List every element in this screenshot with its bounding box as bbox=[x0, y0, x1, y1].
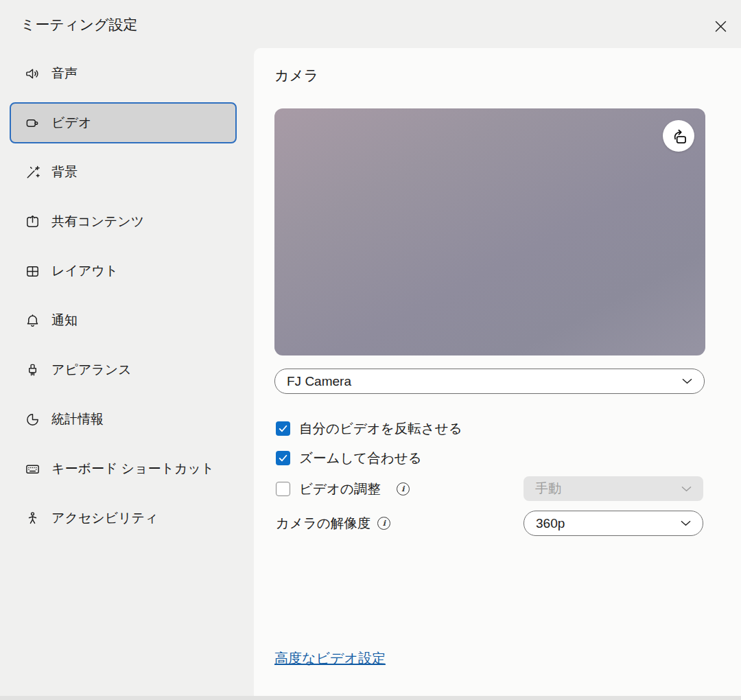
video-settings-panel: カメラ FJ Camera bbox=[254, 48, 741, 700]
video-adjustment-select: 手動 bbox=[524, 476, 703, 501]
rotate-icon bbox=[670, 127, 688, 145]
layout-grid-icon bbox=[25, 264, 40, 279]
rotate-camera-button[interactable] bbox=[663, 120, 694, 152]
settings-sidebar: 音声 ビデオ 背景 bbox=[10, 53, 237, 547]
window-bottom-edge bbox=[0, 696, 741, 700]
camera-preview bbox=[274, 108, 705, 355]
sidebar-item-label: アクセシビリティ bbox=[51, 509, 158, 527]
sidebar-item-appearance[interactable]: アピアランス bbox=[10, 349, 237, 390]
sidebar-item-accessibility[interactable]: アクセシビリティ bbox=[10, 498, 237, 539]
camera-resolution-row: カメラの解像度 i bbox=[276, 511, 390, 536]
page-title: カメラ bbox=[274, 66, 318, 85]
zoom-to-fit-label: ズームして合わせる bbox=[299, 449, 422, 467]
zoom-to-fit-checkbox[interactable] bbox=[276, 451, 290, 465]
sidebar-item-audio[interactable]: 音声 bbox=[10, 53, 237, 94]
sidebar-item-shared-content[interactable]: 共有コンテンツ bbox=[10, 201, 237, 242]
sidebar-item-label: 背景 bbox=[51, 163, 78, 181]
chevron-down-icon bbox=[682, 378, 692, 384]
paintbrush-icon bbox=[25, 362, 40, 378]
sidebar-item-video[interactable]: ビデオ bbox=[10, 102, 237, 143]
magic-wand-icon bbox=[25, 165, 40, 180]
bell-icon bbox=[25, 313, 40, 329]
keyboard-icon bbox=[25, 461, 40, 477]
chevron-down-icon bbox=[681, 520, 691, 526]
camera-resolution-value: 360p bbox=[536, 516, 565, 531]
video-adjustment-row: ビデオの調整 i bbox=[276, 480, 410, 497]
camera-device-value: FJ Camera bbox=[287, 374, 351, 389]
chevron-down-icon bbox=[681, 486, 692, 492]
close-icon bbox=[714, 19, 728, 34]
sidebar-item-statistics[interactable]: 統計情報 bbox=[10, 399, 237, 440]
sidebar-item-label: 通知 bbox=[51, 312, 78, 329]
camera-resolution-select[interactable]: 360p bbox=[524, 511, 703, 536]
mirror-video-row: 自分のビデオを反転させる bbox=[276, 420, 462, 436]
video-adjustment-value: 手動 bbox=[535, 480, 561, 498]
sidebar-item-label: 共有コンテンツ bbox=[51, 213, 144, 231]
info-icon[interactable]: i bbox=[377, 517, 390, 530]
checkmark-icon bbox=[278, 453, 288, 463]
sidebar-item-background[interactable]: 背景 bbox=[10, 152, 237, 193]
window-title: ミーティング設定 bbox=[21, 15, 137, 34]
checkmark-icon bbox=[278, 423, 288, 434]
mirror-video-label: 自分のビデオを反転させる bbox=[299, 419, 462, 438]
close-button[interactable] bbox=[708, 14, 733, 38]
sidebar-item-label: キーボード ショートカット bbox=[51, 460, 214, 478]
accessibility-icon bbox=[25, 511, 40, 526]
video-adjustment-label: ビデオの調整 bbox=[299, 480, 381, 498]
share-content-icon bbox=[25, 214, 40, 230]
camera-resolution-label: カメラの解像度 bbox=[276, 514, 370, 533]
advanced-video-settings-link[interactable]: 高度なビデオ設定 bbox=[274, 649, 386, 668]
zoom-to-fit-row: ズームして合わせる bbox=[276, 450, 422, 466]
sidebar-item-label: 統計情報 bbox=[51, 410, 104, 428]
sidebar-item-label: アピアランス bbox=[51, 361, 132, 379]
pie-chart-icon bbox=[25, 412, 40, 428]
camera-device-select[interactable]: FJ Camera bbox=[274, 369, 705, 394]
mirror-video-checkbox[interactable] bbox=[276, 421, 290, 436]
sidebar-item-label: 音声 bbox=[51, 65, 78, 82]
sidebar-item-keyboard-shortcuts[interactable]: キーボード ショートカット bbox=[10, 448, 237, 489]
sidebar-item-label: ビデオ bbox=[51, 114, 91, 132]
speaker-icon bbox=[25, 66, 40, 82]
sidebar-item-notifications[interactable]: 通知 bbox=[10, 300, 237, 341]
video-camera-icon bbox=[25, 115, 40, 131]
sidebar-item-label: レイアウト bbox=[51, 262, 118, 280]
video-adjustment-checkbox[interactable] bbox=[276, 482, 290, 496]
sidebar-item-layout[interactable]: レイアウト bbox=[10, 250, 237, 292]
info-icon[interactable]: i bbox=[397, 482, 410, 495]
